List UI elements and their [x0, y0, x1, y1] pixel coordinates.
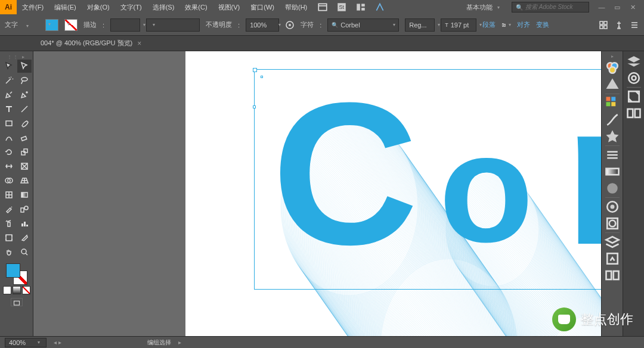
eraser-tool[interactable] [17, 131, 32, 144]
width-tool[interactable] [2, 160, 16, 173]
screen-mode-icon[interactable] [11, 298, 23, 306]
selection-handle[interactable] [253, 105, 256, 108]
export-icon[interactable] [626, 89, 642, 104]
curvature-tool[interactable] [17, 88, 32, 101]
fill-swatch[interactable] [45, 19, 58, 31]
canvas[interactable]: /* generated below via repeated spans */… [33, 51, 601, 336]
menu-help[interactable]: 帮助(H) [280, 0, 312, 14]
text-glyph-next: r [564, 57, 601, 290]
zoom-input[interactable] [5, 338, 47, 347]
blend-tool[interactable] [17, 203, 32, 216]
brushes-panel-icon[interactable] [604, 112, 621, 128]
panel-grip-icon[interactable]: ▸ [611, 54, 614, 59]
paragraph-link[interactable]: 段落 [482, 20, 496, 29]
close-icon[interactable]: × [137, 39, 141, 48]
artboard-tool[interactable] [2, 231, 16, 244]
color-mode-icon[interactable] [3, 286, 11, 294]
lasso-tool[interactable] [17, 74, 32, 87]
swatches-panel-icon[interactable] [604, 95, 621, 111]
menu-effect[interactable]: 效果(C) [179, 0, 212, 14]
menu-edit[interactable]: 编辑(E) [49, 0, 82, 14]
brush-def-dropdown[interactable] [146, 18, 200, 32]
isolate-icon[interactable] [599, 20, 608, 30]
window-close-icon[interactable]: ✕ [628, 4, 637, 11]
bridge-icon[interactable] [317, 2, 328, 13]
panel-grip-icon[interactable]: ⋮⋮ ▸ [1, 54, 32, 60]
align-icon[interactable] [501, 20, 511, 30]
type-tool[interactable] [2, 102, 16, 116]
hand-tool[interactable] [2, 246, 16, 259]
panel-menu-icon[interactable] [630, 20, 639, 30]
opacity-input[interactable] [246, 18, 279, 32]
zoom-tool[interactable] [17, 246, 32, 259]
magic-wand-tool[interactable] [2, 74, 16, 87]
fill-swatch-icon[interactable] [6, 263, 20, 278]
shape-builder-tool[interactable] [2, 174, 16, 187]
svg-rect-29 [24, 222, 26, 226]
stock-icon[interactable]: St [336, 2, 347, 13]
menu-type[interactable]: 文字(T) [115, 0, 147, 14]
svg-rect-10 [600, 21, 603, 24]
menu-object[interactable]: 对象(O) [82, 0, 115, 14]
menu-window[interactable]: 窗口(W) [245, 0, 280, 14]
gradient-panel-icon[interactable] [604, 164, 621, 179]
font-style-input[interactable] [405, 18, 435, 32]
mesh-tool[interactable] [2, 188, 16, 201]
workspace-switcher[interactable]: 基本功能 [459, 2, 507, 13]
layers-panel-icon[interactable] [604, 234, 621, 250]
color-panel-icon[interactable] [604, 60, 621, 76]
css-icon[interactable] [626, 105, 642, 121]
stroke-panel-icon[interactable] [604, 147, 621, 163]
properties-panel-icon[interactable] [626, 54, 642, 69]
rotate-tool[interactable] [2, 145, 16, 159]
svg-rect-289 [613, 271, 618, 279]
stroke-swatch[interactable] [64, 19, 78, 31]
slice-tool[interactable] [17, 231, 32, 244]
window-restore-icon[interactable]: ▭ [613, 4, 621, 11]
watermark-text: 整点创作 [581, 310, 633, 328]
line-tool[interactable] [17, 102, 32, 116]
rectangle-tool[interactable] [2, 117, 16, 130]
transparency-panel-icon[interactable] [604, 181, 621, 196]
eyedropper-tool[interactable] [2, 203, 16, 216]
menu-select[interactable]: 选择(S) [147, 0, 180, 14]
perspective-tool[interactable] [17, 174, 32, 187]
symbols-panel-icon[interactable] [604, 129, 621, 144]
tool-preset-dropdown[interactable] [24, 21, 27, 29]
pen-tool[interactable] [2, 88, 16, 101]
paintbrush-tool[interactable] [17, 117, 32, 130]
symbol-sprayer-tool[interactable] [2, 217, 16, 230]
shaper-tool[interactable] [2, 131, 16, 144]
scale-tool[interactable] [17, 145, 32, 159]
free-transform-tool[interactable] [17, 160, 32, 173]
gpu-icon[interactable] [374, 2, 385, 13]
none-mode-icon[interactable] [22, 286, 30, 294]
document-tab[interactable]: 004* @ 400% (RGB/GPU 预览) × [35, 36, 147, 50]
arrange-icon[interactable] [355, 2, 366, 13]
fill-stroke-swatches[interactable] [6, 263, 27, 285]
stroke-weight-input[interactable] [110, 18, 140, 32]
color-guide-icon[interactable] [604, 77, 621, 92]
gradient-mode-icon[interactable] [13, 286, 21, 294]
anchor-point[interactable] [261, 76, 263, 78]
asset-export-icon[interactable] [604, 251, 621, 266]
search-stock-input[interactable]: 🔍 搜索 Adobe Stock [512, 2, 589, 13]
menu-view[interactable]: 视图(V) [213, 0, 246, 14]
appearance-panel-icon[interactable] [604, 199, 621, 215]
graphic-styles-icon[interactable] [604, 216, 621, 231]
window-minimize-icon[interactable]: — [597, 4, 606, 11]
cc-libraries-icon[interactable] [626, 70, 642, 86]
transform-link[interactable]: 变换 [536, 20, 549, 29]
selection-tool[interactable] [2, 60, 16, 73]
column-graph-tool[interactable] [17, 217, 32, 230]
direct-selection-tool[interactable] [17, 60, 32, 73]
recolor-icon[interactable] [285, 20, 295, 30]
font-size-input[interactable]: T [441, 18, 476, 32]
svg-rect-0 [319, 4, 327, 10]
pin-icon[interactable] [614, 20, 624, 30]
font-family-input[interactable]: 🔍 [327, 18, 399, 32]
gradient-tool[interactable] [17, 188, 32, 201]
artboards-panel-icon[interactable] [604, 268, 621, 283]
menu-file[interactable]: 文件(F) [17, 0, 49, 14]
align-link[interactable]: 对齐 [517, 20, 530, 29]
